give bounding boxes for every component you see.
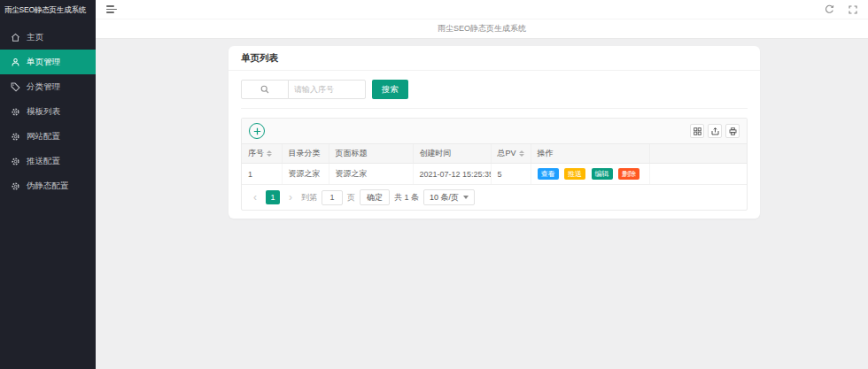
pagination: ‹ 1 › 到第 页 确定 共 1 条 10 条/页 bbox=[242, 185, 747, 210]
sidebar-item-site-config[interactable]: 网站配置 bbox=[0, 124, 96, 149]
total-count-label: 共 1 条 bbox=[394, 192, 419, 204]
delete-button[interactable]: 删除 bbox=[618, 168, 639, 180]
cell-seq: 1 bbox=[242, 164, 282, 185]
gear-icon bbox=[11, 181, 20, 191]
sidebar-item-category[interactable]: 分类管理 bbox=[0, 74, 96, 99]
sidebar-item-label: 网站配置 bbox=[27, 131, 60, 142]
user-icon bbox=[11, 58, 20, 67]
prev-page-icon[interactable]: ‹ bbox=[249, 190, 261, 204]
sidebar-item-label: 伪静态配置 bbox=[27, 181, 69, 192]
menu-toggle-icon[interactable] bbox=[106, 5, 117, 13]
cell-created-at: 2021-07-12 15:25:35 bbox=[413, 164, 491, 185]
next-page-icon[interactable]: › bbox=[284, 190, 297, 204]
sidebar-item-label: 模板列表 bbox=[27, 106, 60, 118]
goto-prefix-label: 到第 bbox=[301, 192, 317, 204]
sidebar-item-single-page[interactable]: 单页管理 bbox=[0, 50, 96, 74]
single-page-list-card: 单页列表 搜索 bbox=[229, 46, 760, 219]
cell-empty bbox=[649, 164, 747, 185]
table-header-row: 序号 目录分类 页面标题 创建时间 总PV 操作 bbox=[242, 144, 747, 164]
refresh-icon[interactable] bbox=[825, 4, 834, 14]
page-size-select[interactable]: 10 条/页 bbox=[423, 189, 475, 205]
current-page[interactable]: 1 bbox=[266, 190, 280, 204]
tab-active[interactable]: 雨尘SEO静态页生成系统 bbox=[429, 23, 535, 35]
sidebar-item-label: 分类管理 bbox=[27, 81, 60, 93]
goto-confirm-button[interactable]: 确定 bbox=[360, 189, 390, 205]
divider bbox=[241, 108, 748, 109]
fullscreen-icon[interactable] bbox=[849, 5, 857, 14]
sidebar-item-push-config[interactable]: 推送配置 bbox=[0, 149, 96, 173]
sidebar-item-label: 单页管理 bbox=[27, 57, 60, 68]
single-page-table: 序号 目录分类 页面标题 创建时间 总PV 操作 bbox=[242, 144, 747, 185]
topbar bbox=[96, 0, 868, 19]
gear-icon bbox=[11, 107, 20, 117]
goto-page-input[interactable] bbox=[322, 190, 343, 205]
cell-page-title: 资源之家 bbox=[329, 164, 413, 185]
goto-suffix-label: 页 bbox=[347, 192, 355, 204]
tab-bar: 雨尘SEO静态页生成系统 bbox=[96, 19, 868, 39]
card-body: 搜索 bbox=[229, 71, 760, 219]
gear-icon bbox=[11, 132, 20, 142]
page-size-value: 10 条/页 bbox=[430, 192, 459, 204]
sidebar-item-templates[interactable]: 模板列表 bbox=[0, 99, 96, 124]
app-logo-title: 雨尘SEO静态页生成系统 bbox=[0, 0, 96, 21]
filter-columns-icon[interactable] bbox=[690, 124, 704, 138]
main-content: 单页列表 搜索 bbox=[96, 39, 868, 369]
col-empty bbox=[649, 144, 747, 164]
table-toolbar bbox=[242, 119, 747, 144]
export-icon[interactable] bbox=[708, 124, 722, 138]
toolbar-right-icons bbox=[690, 124, 740, 138]
sidebar-item-label: 推送配置 bbox=[27, 156, 60, 167]
table-container: 序号 目录分类 页面标题 创建时间 总PV 操作 bbox=[241, 118, 748, 211]
col-page-title: 页面标题 bbox=[329, 144, 413, 164]
search-button[interactable]: 搜索 bbox=[372, 80, 408, 99]
app-root: 雨尘SEO静态页生成系统 主页 单页管理 分类管理 bbox=[0, 0, 868, 369]
sidebar: 雨尘SEO静态页生成系统 主页 单页管理 分类管理 bbox=[0, 0, 96, 369]
view-button[interactable]: 查看 bbox=[538, 168, 559, 180]
print-icon[interactable] bbox=[725, 124, 740, 138]
sort-icon[interactable] bbox=[267, 150, 272, 158]
col-seq[interactable]: 序号 bbox=[242, 144, 282, 164]
chevron-down-icon bbox=[463, 196, 469, 199]
gear-icon bbox=[11, 157, 20, 166]
cell-actions: 查看 推送 编辑 删除 bbox=[531, 164, 649, 185]
col-created-at: 创建时间 bbox=[413, 144, 491, 164]
col-category: 目录分类 bbox=[282, 144, 329, 164]
add-button[interactable] bbox=[249, 123, 265, 139]
sort-icon[interactable] bbox=[519, 150, 524, 158]
sidebar-item-rewrite-config[interactable]: 伪静态配置 bbox=[0, 173, 96, 198]
push-button[interactable]: 推送 bbox=[564, 168, 585, 180]
home-icon bbox=[11, 33, 20, 42]
sidebar-item-home[interactable]: 主页 bbox=[0, 25, 96, 50]
cell-category: 资源之家 bbox=[282, 164, 329, 185]
col-pv[interactable]: 总PV bbox=[491, 144, 531, 164]
table-row: 1 资源之家 资源之家 2021-07-12 15:25:35 5 查看 推送 … bbox=[242, 164, 747, 185]
sidebar-menu: 主页 单页管理 分类管理 模板列表 bbox=[0, 25, 96, 198]
col-actions: 操作 bbox=[531, 144, 649, 164]
plus-circle-icon bbox=[253, 127, 261, 135]
card-title: 单页列表 bbox=[229, 46, 760, 71]
search-icon bbox=[241, 80, 289, 99]
sidebar-item-label: 主页 bbox=[27, 32, 43, 43]
topbar-actions bbox=[825, 4, 857, 14]
edit-button[interactable]: 编辑 bbox=[592, 168, 613, 180]
tag-icon bbox=[11, 82, 20, 92]
search-row: 搜索 bbox=[241, 80, 748, 99]
cell-pv: 5 bbox=[491, 164, 531, 185]
search-input[interactable] bbox=[288, 80, 366, 99]
